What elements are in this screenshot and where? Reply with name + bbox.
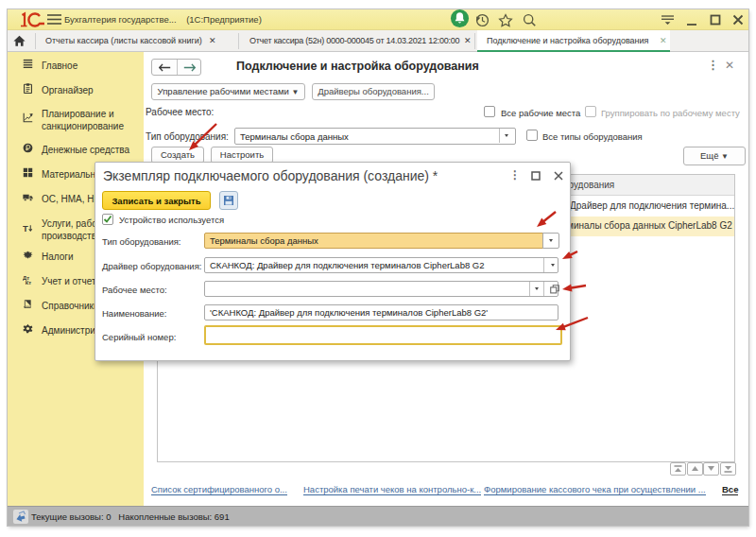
svg-text:Т: Т [23,223,28,234]
svg-text:Кт: Кт [26,280,32,285]
